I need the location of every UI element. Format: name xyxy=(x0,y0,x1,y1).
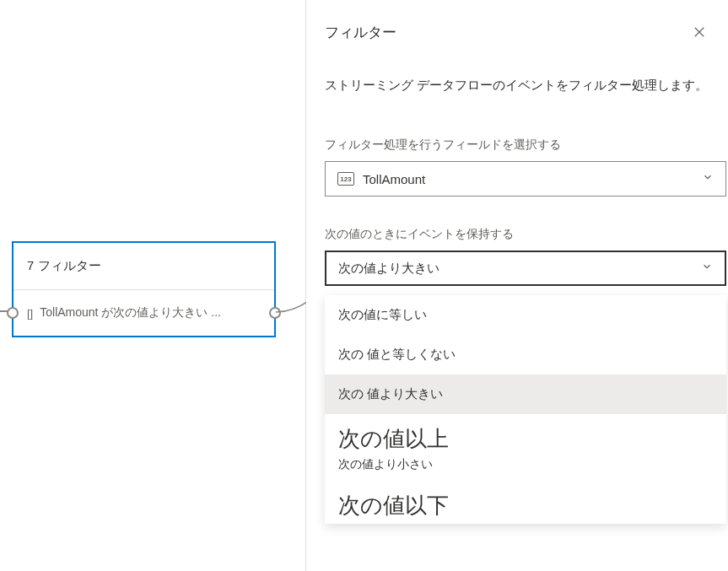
dropdown-option-greater-equal[interactable]: 次の値以上 xyxy=(325,414,726,457)
close-icon xyxy=(692,24,707,40)
node-input-port[interactable] xyxy=(7,307,19,319)
node-description: TollAmount が次の値より大きい ... xyxy=(40,305,221,321)
dropdown-option-less-equal[interactable]: 次の値以下 xyxy=(325,481,726,524)
field-select[interactable]: 123 TollAmount xyxy=(325,161,726,197)
panel-title: フィルター xyxy=(325,23,396,42)
dropdown-option-greater-than[interactable]: 次の 値より大きい xyxy=(325,374,726,414)
field-select-label: フィルター処理を行うフィールドを選択する xyxy=(325,137,728,153)
panel-header: フィルター xyxy=(325,22,728,42)
close-button[interactable] xyxy=(689,22,709,42)
edge-connector-right xyxy=(276,300,310,321)
chevron-down-icon xyxy=(702,171,714,186)
condition-select[interactable]: 次の値より大きい xyxy=(325,250,726,286)
brackets-icon: [] xyxy=(27,307,33,320)
node-body: [] TollAmount が次の値より大きい ... xyxy=(13,290,274,336)
number-type-icon: 123 xyxy=(337,172,354,186)
condition-select-label: 次の値のときにイベントを保持する xyxy=(325,227,728,242)
canvas-area[interactable]: 7 フィルター [] TollAmount が次の値より大きい ... xyxy=(0,0,306,571)
node-title: 7 フィルター xyxy=(13,243,274,290)
panel-description: ストリーミング データフローのイベントをフィルター処理します。 xyxy=(325,78,728,94)
dropdown-option-not-equals[interactable]: 次の 値と等しくない xyxy=(325,335,726,374)
condition-dropdown-list[interactable]: 次の値に等しい 次の 値と等しくない 次の 値より大きい 次の値以上 次の値より… xyxy=(325,295,726,524)
filter-config-panel: フィルター ストリーミング データフローのイベントをフィルター処理します。 フィ… xyxy=(306,0,728,571)
condition-select-group: 次の値のときにイベントを保持する 次の値より大きい xyxy=(325,227,728,286)
filter-node[interactable]: 7 フィルター [] TollAmount が次の値より大きい ... xyxy=(12,241,276,337)
dropdown-option-less-than[interactable]: 次の値より小さい xyxy=(325,457,726,481)
condition-select-value: 次の値より大きい xyxy=(338,261,701,277)
field-select-group: フィルター処理を行うフィールドを選択する 123 TollAmount xyxy=(325,137,728,197)
field-select-value: TollAmount xyxy=(363,172,702,186)
chevron-down-icon xyxy=(701,261,713,276)
dropdown-option-equals[interactable]: 次の値に等しい xyxy=(325,295,726,335)
